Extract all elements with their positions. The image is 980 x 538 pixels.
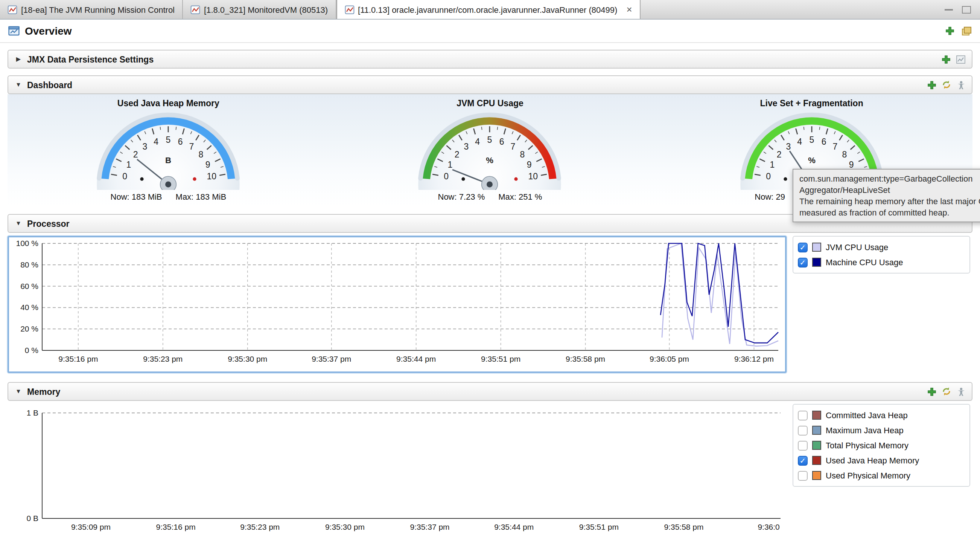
- tab-close-icon[interactable]: ×: [626, 5, 632, 14]
- svg-text:9:35:16 pm: 9:35:16 pm: [156, 522, 196, 531]
- gauge-title: Live Set + Fragmentation: [760, 99, 863, 109]
- legend-label: Total Physical Memory: [826, 441, 908, 450]
- section-title: Processor: [27, 219, 70, 228]
- maximize-icon[interactable]: [962, 6, 971, 13]
- svg-text:2: 2: [455, 150, 460, 160]
- add-chart-button[interactable]: [945, 26, 955, 35]
- legend-color-swatch: [812, 411, 821, 420]
- tab-label: [11.0.13] oracle.javarunner/com.oracle.j…: [358, 5, 617, 14]
- gauge-title: Used Java Heap Memory: [118, 99, 220, 109]
- sync-icon[interactable]: [942, 80, 951, 90]
- svg-text:3: 3: [786, 142, 791, 152]
- page-title: Overview: [25, 25, 72, 37]
- legend-checkbox[interactable]: [798, 441, 808, 450]
- svg-text:9:35:51 pm: 9:35:51 pm: [579, 522, 619, 531]
- tooltip-mbean-line2: Aggregator/HeapLiveSet: [799, 185, 980, 196]
- svg-text:7: 7: [511, 142, 516, 152]
- window-controls: [945, 0, 980, 19]
- processor-chart[interactable]: 9:35:16 pm9:35:23 pm9:35:30 pm9:35:37 pm…: [9, 237, 785, 372]
- section-title: JMX Data Persistence Settings: [27, 54, 154, 64]
- persistence-chart-icon[interactable]: [956, 54, 966, 64]
- svg-text:10: 10: [528, 171, 538, 181]
- svg-text:6: 6: [500, 137, 505, 147]
- svg-text:4: 4: [797, 137, 802, 147]
- svg-text:40 %: 40 %: [20, 303, 38, 311]
- gauge-max-value: Max: 251 %: [498, 192, 542, 201]
- legend-checkbox[interactable]: [798, 471, 808, 481]
- gauge-now-value: Now: 7.23 %: [438, 192, 485, 201]
- processor-chart-container[interactable]: 9:35:16 pm9:35:23 pm9:35:30 pm9:35:37 pm…: [8, 236, 787, 373]
- chevron-down-icon[interactable]: ▼: [14, 388, 22, 395]
- chevron-down-icon[interactable]: ▼: [14, 81, 22, 88]
- memory-chart[interactable]: 9:35:09 pm9:35:16 pm9:35:23 pm9:35:30 pm…: [8, 404, 787, 538]
- accessibility-icon[interactable]: [957, 387, 966, 396]
- svg-text:9:35:58 pm: 9:35:58 pm: [664, 522, 703, 531]
- svg-text:9:35:09 pm: 9:35:09 pm: [71, 522, 111, 531]
- section-title: Memory: [27, 387, 60, 396]
- minimize-icon[interactable]: [945, 9, 953, 10]
- svg-text:0: 0: [766, 171, 771, 181]
- gauge-used-java-heap[interactable]: Used Java Heap Memory 012345678910B Now:…: [8, 94, 329, 207]
- svg-text:2: 2: [776, 150, 781, 160]
- svg-text:9:35:16 pm: 9:35:16 pm: [58, 354, 98, 363]
- tab-jvm-mission-control[interactable]: [18-ea] The JVM Running Mission Control: [0, 0, 183, 19]
- tooltip-description: The remaining heap memory after the last…: [799, 196, 980, 218]
- svg-text:80 %: 80 %: [20, 260, 38, 269]
- section-title: Dashboard: [27, 80, 72, 89]
- chevron-down-icon[interactable]: ▼: [14, 220, 22, 227]
- legend-checkbox[interactable]: [798, 425, 808, 435]
- chevron-right-icon[interactable]: ▶: [14, 56, 22, 62]
- legend-checkbox[interactable]: [798, 410, 808, 420]
- svg-text:4: 4: [154, 137, 159, 147]
- legend-checkbox[interactable]: ✓: [798, 242, 808, 252]
- dial-gauge[interactable]: 012345678910B: [95, 111, 242, 190]
- tab-monitored-vm[interactable]: [1.8.0_321] MonitoredVM (80513): [183, 0, 336, 19]
- svg-text:5: 5: [166, 135, 171, 145]
- tab-label: [1.8.0_321] MonitoredVM (80513): [204, 5, 328, 14]
- svg-text:0 B: 0 B: [26, 514, 38, 522]
- svg-text:7: 7: [832, 142, 837, 152]
- gauge-now-value: Now: 183 MiB: [111, 192, 162, 201]
- legend-checkbox[interactable]: ✓: [798, 455, 808, 465]
- gauge-max-value: Max: 183 MiB: [176, 192, 227, 201]
- vm-chart-icon: [344, 5, 354, 14]
- svg-text:4: 4: [475, 137, 480, 147]
- legend-color-swatch: [812, 426, 821, 435]
- section-header-dashboard[interactable]: ▼ Dashboard: [8, 75, 972, 94]
- svg-text:9:36:05 pm: 9:36:05 pm: [649, 354, 689, 363]
- legend-checkbox[interactable]: ✓: [798, 257, 808, 267]
- svg-text:0: 0: [444, 171, 449, 181]
- legend-color-swatch: [812, 456, 821, 465]
- legend-item: Used Physical Memory: [798, 468, 965, 483]
- layers-icon[interactable]: [961, 26, 972, 36]
- section-header-jmx-persistence[interactable]: ▶ JMX Data Persistence Settings: [8, 50, 972, 69]
- add-button[interactable]: [928, 80, 936, 89]
- editor-tab-bar: [18-ea] The JVM Running Mission Control …: [0, 0, 980, 19]
- add-button[interactable]: [942, 54, 951, 64]
- svg-text:9:35:30 pm: 9:35:30 pm: [325, 522, 365, 531]
- memory-chart-container[interactable]: 9:35:09 pm9:35:16 pm9:35:23 pm9:35:30 pm…: [8, 404, 787, 538]
- section-header-memory[interactable]: ▼ Memory: [8, 382, 972, 401]
- app-window: [18-ea] The JVM Running Mission Control …: [0, 0, 980, 538]
- svg-text:5: 5: [488, 135, 493, 145]
- tab-javarunner[interactable]: [11.0.13] oracle.javarunner/com.oracle.j…: [336, 0, 641, 19]
- legend-item: Total Physical Memory: [798, 438, 965, 453]
- gauge-now-value: Now: 29: [754, 192, 785, 201]
- svg-text:9:36:0: 9:36:0: [757, 522, 780, 531]
- legend-color-swatch: [812, 258, 821, 267]
- tab-label: [18-ea] The JVM Running Mission Control: [21, 5, 175, 14]
- legend-color-swatch: [812, 471, 821, 480]
- svg-text:9:35:44 pm: 9:35:44 pm: [396, 354, 436, 363]
- svg-text:100 %: 100 %: [16, 239, 38, 247]
- sync-icon[interactable]: [942, 386, 951, 396]
- gauge-jvm-cpu-usage[interactable]: JVM CPU Usage 012345678910% Now: 7.23 % …: [329, 94, 651, 207]
- add-button[interactable]: [928, 387, 936, 396]
- dial-gauge[interactable]: 012345678910%: [417, 111, 563, 190]
- svg-text:8: 8: [520, 150, 525, 160]
- svg-text:9:35:23 pm: 9:35:23 pm: [240, 522, 280, 531]
- svg-text:3: 3: [143, 142, 148, 152]
- vm-chart-icon: [8, 5, 18, 14]
- accessibility-icon[interactable]: [957, 80, 966, 89]
- legend-item: ✓Used Java Heap Memory: [798, 453, 965, 468]
- svg-text:60 %: 60 %: [20, 282, 38, 291]
